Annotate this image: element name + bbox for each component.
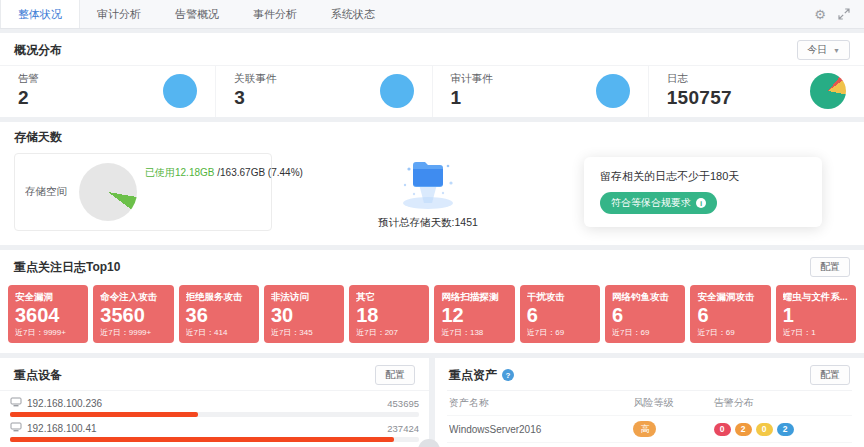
period-dropdown[interactable]: 今日 ▼: [797, 40, 850, 60]
log-card[interactable]: 干扰攻击 6 近7日：69: [520, 285, 600, 343]
log-card-title: 干扰攻击: [527, 291, 593, 304]
help-icon[interactable]: ?: [502, 369, 514, 381]
fullscreen-icon[interactable]: [838, 8, 850, 20]
storage-space-label: 存储空间: [25, 185, 67, 199]
asset-name: WindowsServer2016: [449, 424, 633, 435]
alarm-circle-icon: [163, 74, 197, 108]
log-distribution-pie-chart: [810, 73, 846, 109]
device-row[interactable]: 192.168.100.207 2106416: [10, 442, 419, 447]
log-card[interactable]: 命令注入攻击 3560 近7日：9999+: [93, 285, 173, 343]
tab-audit-analysis[interactable]: 审计分析: [80, 0, 158, 28]
log-card-value: 18: [356, 304, 422, 327]
assets-config-button[interactable]: 配置: [810, 365, 850, 385]
device-ip: 192.168.100.41: [27, 423, 97, 434]
log-card-value: 12: [441, 304, 507, 327]
alarm-info-badge: 2: [777, 423, 794, 436]
log-card[interactable]: 网络扫描探测 12 近7日：138: [434, 285, 514, 343]
device-row[interactable]: 192.168.100.41 237424: [10, 417, 419, 442]
log-card-recent: 近7日：69: [612, 327, 678, 338]
stat-label: 告警: [18, 72, 39, 86]
info-icon: i: [696, 198, 706, 208]
stat-alarms[interactable]: 告警 2: [0, 66, 216, 117]
assets-table-header: 资产名称 风险等级 告警分布: [447, 391, 852, 416]
log-card-title: 网络扫描探测: [441, 291, 507, 304]
log-card[interactable]: 网络钓鱼攻击 6 近7日：69: [605, 285, 685, 343]
col-alarm-distribution: 告警分布: [714, 396, 850, 410]
log-card-title: 网络钓鱼攻击: [612, 291, 678, 304]
device-log-count: 453695: [387, 398, 419, 409]
top-tab-bar: 整体状况 审计分析 告警概况 事件分析 系统状态 ⚙: [0, 0, 864, 29]
storage-space-box: 存储空间 已使用12.18GB /163.67GB (7.44%): [14, 153, 272, 231]
tab-event-analysis[interactable]: 事件分析: [236, 0, 314, 28]
stat-value: 2: [18, 87, 39, 109]
key-assets-title: 重点资产: [449, 367, 497, 384]
estimated-storage-days: 预计总存储天数:1451: [378, 216, 478, 230]
device-icon: [10, 422, 22, 434]
risk-badge: 高: [633, 421, 656, 437]
stat-audit-events[interactable]: 审计事件 1: [433, 66, 649, 117]
storage-used-value: 已使用12.18GB: [145, 167, 214, 178]
alarm-high-badge: 2: [735, 423, 752, 436]
log-card[interactable]: 其它 18 近7日：207: [349, 285, 429, 343]
key-devices-section: 重点设备 配置 192.168.100.236 453695 192.168.1…: [0, 358, 429, 447]
log-card-value: 36: [186, 304, 252, 327]
log-card-value: 6: [612, 304, 678, 327]
compliance-card: 留存相关的日志不少于180天 符合等保合规要求 i: [584, 157, 822, 227]
stat-label: 关联事件: [234, 72, 276, 86]
storage-title: 存储天数: [14, 129, 62, 146]
log-card-recent: 近7日：1: [783, 327, 849, 338]
top-logs-config-button[interactable]: 配置: [810, 257, 850, 277]
assets-table: 资产名称 风险等级 告警分布 WindowsServer2016 高 0202 …: [447, 390, 852, 447]
log-card[interactable]: 拒绝服务攻击 36 近7日：414: [179, 285, 259, 343]
log-card-title: 安全漏洞攻击: [697, 291, 763, 304]
log-card[interactable]: 安全漏洞 3604 近7日：9999+: [8, 285, 88, 343]
chevron-down-icon: ▼: [833, 47, 840, 54]
key-devices-title: 重点设备: [14, 367, 62, 384]
stat-value: 150757: [667, 87, 732, 109]
log-card-title: 安全漏洞: [15, 291, 81, 304]
log-card-recent: 近7日：414: [186, 327, 252, 338]
stat-correlated-events[interactable]: 关联事件 3: [216, 66, 432, 117]
device-ip: 192.168.100.236: [27, 398, 102, 409]
alarm-badges: 0202: [714, 423, 850, 436]
devices-config-button[interactable]: 配置: [375, 365, 415, 385]
compliance-badge-button[interactable]: 符合等保合规要求 i: [600, 192, 717, 214]
log-card[interactable]: 蠕虫与文件系... 1 近7日：1: [776, 285, 856, 343]
top-logs-section: 重点关注日志Top10 配置 安全漏洞 3604 近7日：9999+ 命令注入攻…: [0, 250, 864, 353]
device-row[interactable]: 192.168.100.236 453695: [10, 392, 419, 417]
folder-storage-icon: [385, 155, 471, 215]
tab-alarm-overview[interactable]: 告警概况: [158, 0, 236, 28]
tab-system-status[interactable]: 系统状态: [314, 0, 392, 28]
log-card-title: 拒绝服务攻击: [186, 291, 252, 304]
log-card-value: 3560: [100, 304, 166, 327]
log-card[interactable]: 非法访问 30 近7日：345: [264, 285, 344, 343]
storage-usage-pie-chart: [79, 163, 137, 221]
compliance-text: 留存相关的日志不少于180天: [600, 169, 806, 184]
stat-value: 1: [451, 87, 493, 109]
stat-label: 审计事件: [451, 72, 493, 86]
stat-logs[interactable]: 日志 150757: [649, 66, 864, 117]
tab-overall-status[interactable]: 整体状况: [0, 0, 80, 28]
log-card[interactable]: 安全漏洞攻击 6 近7日：69: [690, 285, 770, 343]
log-card-title: 其它: [356, 291, 422, 304]
key-assets-section: 重点资产 ? 配置 资产名称 风险等级 告警分布 WindowsServer20…: [435, 358, 864, 447]
asset-row[interactable]: WindowsServer2016 高 0202: [447, 416, 852, 443]
period-value: 今日: [807, 44, 827, 55]
gear-icon[interactable]: ⚙: [814, 8, 826, 21]
tabbar-actions: ⚙: [814, 0, 864, 28]
alarm-critical-badge: 0: [714, 423, 731, 436]
log-card-recent: 近7日：138: [441, 327, 507, 338]
stat-value: 3: [234, 87, 276, 109]
overview-title: 概况分布: [14, 42, 62, 59]
top-logs-cards-row: 安全漏洞 3604 近7日：9999+ 命令注入攻击 3560 近7日：9999…: [0, 282, 864, 353]
log-card-recent: 近7日：9999+: [100, 327, 166, 338]
stat-label: 日志: [667, 72, 732, 86]
storage-section: 存储天数 存储空间 已使用12.18GB /163.67GB (7.44%): [0, 122, 864, 245]
log-card-value: 6: [527, 304, 593, 327]
log-card-recent: 近7日：69: [527, 327, 593, 338]
asset-row[interactable]: UAC 高 0200: [447, 443, 852, 447]
log-card-recent: 近7日：9999+: [15, 327, 81, 338]
compliance-badge-label: 符合等保合规要求: [611, 196, 691, 210]
log-card-recent: 近7日：69: [697, 327, 763, 338]
device-log-count: 237424: [387, 423, 419, 434]
